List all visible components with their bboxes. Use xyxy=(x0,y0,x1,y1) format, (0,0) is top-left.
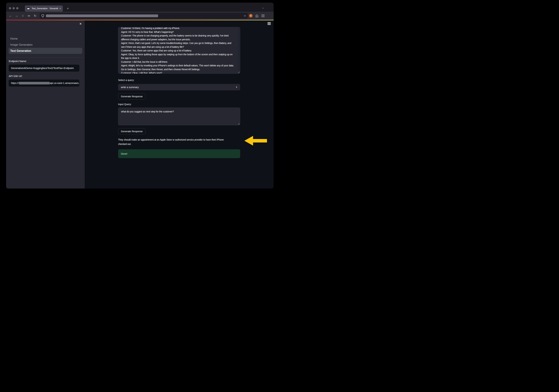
traffic-light-zoom[interactable] xyxy=(16,7,19,9)
bookmark-star-icon[interactable]: ☆ xyxy=(244,14,246,17)
back-icon[interactable]: ← xyxy=(8,12,13,20)
sidebar: ✕ Home Image Generation Text Generation … xyxy=(6,20,85,188)
chevron-down-icon: ▼ xyxy=(236,86,237,88)
generate-response-button-top[interactable]: Generate Response xyxy=(118,93,145,99)
sidebar-nav: Home Image Generation Text Generation xyxy=(9,36,82,54)
traffic-light-minimize[interactable] xyxy=(12,7,15,9)
url-bar[interactable]: ☆ xyxy=(40,13,248,18)
generate-response-button-bottom[interactable]: Generate Response xyxy=(118,128,145,134)
conversation-textarea[interactable]: Customer: Hi there, I'm having a problem… xyxy=(118,27,240,74)
browser-window: Text_Generation · Streamlit ✕ + ⌄ ← → ☆ … xyxy=(6,3,274,188)
endpoint-name-label: Endpoint Name: xyxy=(9,60,27,62)
tab-title: Text_Generation · Streamlit xyxy=(32,7,58,10)
sidebar-divider xyxy=(6,57,85,58)
crown-icon xyxy=(27,8,29,9)
api-gw-url-input[interactable]: https://api.us-east-1.amazonaws.com/p xyxy=(9,80,79,87)
query-select[interactable]: write a summary ▼ xyxy=(118,84,240,90)
query-select-value: write a summary xyxy=(121,86,139,89)
input-query-textarea[interactable]: what do you suggest as next step for the… xyxy=(118,107,240,125)
browser-toolbar: ← → ☆ ∞ ↻ ☆ I xyxy=(6,12,274,20)
sidebar-item-image-generation[interactable]: Image Generation xyxy=(9,42,82,48)
endpoint-name-input[interactable]: GenerativeAiDemo-HuggingfaceText2TextFla… xyxy=(9,65,79,71)
endpoint-name-value: GenerativeAiDemo-HuggingfaceText2TextFla… xyxy=(11,67,74,70)
traffic-light-close[interactable] xyxy=(9,7,11,9)
extension-badge-letter: I xyxy=(251,15,251,17)
new-tab-button[interactable]: + xyxy=(67,6,69,11)
tab-close-icon[interactable]: ✕ xyxy=(59,7,61,10)
reload-icon[interactable]: ↻ xyxy=(33,12,38,20)
arrow-head xyxy=(244,136,253,146)
conversation-text: Customer: Hi there, I'm having a problem… xyxy=(121,27,240,74)
extension-badge-icon[interactable]: I xyxy=(249,14,253,18)
shield-icon[interactable] xyxy=(41,14,44,17)
success-alert-text: Done! xyxy=(121,152,127,155)
sidebar-close-icon[interactable]: ✕ xyxy=(79,22,82,26)
sidebar-item-home[interactable]: Home xyxy=(9,36,82,42)
textarea-scrollbar[interactable] xyxy=(238,27,240,73)
api-gw-url-suffix: api.us-east-1.amazonaws.com/p xyxy=(50,82,79,84)
browser-tab-bar: Text_Generation · Streamlit ✕ + ⌄ xyxy=(6,3,274,12)
browser-tab[interactable]: Text_Generation · Streamlit ✕ xyxy=(25,5,63,12)
input-query-value: what do you suggest as next step for the… xyxy=(121,110,240,113)
generated-response-text: They should make an appointment at an Ap… xyxy=(118,138,233,146)
redacted-api-id xyxy=(19,82,50,84)
forward-icon[interactable]: → xyxy=(14,12,19,20)
streamlit-favicon-icon xyxy=(27,7,30,10)
arrow-shaft xyxy=(253,139,267,143)
browser-menu-icon[interactable] xyxy=(260,12,266,20)
resize-grip-icon[interactable] xyxy=(238,71,240,73)
resize-grip-icon[interactable] xyxy=(238,123,240,125)
extensions-puzzle-icon[interactable] xyxy=(254,12,259,20)
select-query-label: Select a query: xyxy=(118,79,134,81)
input-query-label: Input Query: xyxy=(118,103,131,106)
star-badge-icon[interactable]: ☆ xyxy=(20,12,25,20)
sidebar-item-text-generation[interactable]: Text Generation xyxy=(9,48,82,54)
success-alert: Done! xyxy=(118,149,240,158)
streamlit-app: ✕ Home Image Generation Text Generation … xyxy=(6,20,274,188)
api-gw-url-prefix: https:// xyxy=(11,82,19,84)
screen: Text_Generation · Streamlit ✕ + ⌄ ← → ☆ … xyxy=(0,0,280,196)
redacted-url-text xyxy=(46,14,158,17)
streamlit-menu-icon[interactable] xyxy=(268,22,271,25)
main-content: Customer: Hi there, I'm having a problem… xyxy=(85,20,274,188)
tab-list-chevron-icon[interactable]: ⌄ xyxy=(262,6,264,9)
infinity-extension-icon[interactable]: ∞ xyxy=(26,12,31,20)
annotation-arrow-icon xyxy=(244,136,267,146)
api-gw-url-label: API GW Url: xyxy=(9,75,22,78)
